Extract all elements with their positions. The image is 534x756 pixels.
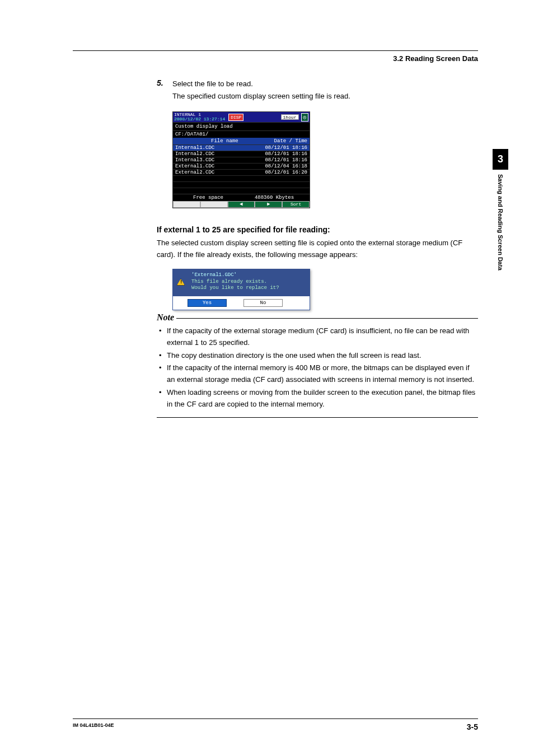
file-date: 08/12/01 18:16: [265, 151, 307, 157]
directory-path: CF:/DATA01/: [173, 130, 310, 138]
file-name: Internal3.CDC: [175, 157, 265, 163]
file-row[interactable]: Internal2.CDC 08/12/01 18:16: [173, 151, 310, 157]
free-space-value: 488360 Kbytes: [241, 195, 307, 200]
body-text: The selected custom display screen setti…: [157, 237, 478, 261]
softkey-right-arrow[interactable]: ►: [255, 201, 282, 208]
warning-icon: [177, 279, 185, 286]
chapter-number: 3: [493, 149, 508, 170]
col-filename: File name: [175, 138, 274, 144]
note-item: If the capacity of the external storage …: [157, 325, 478, 349]
interval-indicator: 1hour: [281, 114, 299, 120]
softkey-sort[interactable]: Sort: [282, 201, 310, 208]
replace-dialog: 'External1.GDC' This file already exists…: [172, 269, 310, 310]
file-date: 08/12/04 16:18: [265, 164, 307, 169]
record-icon: ◎: [301, 113, 308, 122]
softkey-left-arrow[interactable]: ◄: [228, 201, 255, 208]
step-title: Select the file to be read.: [172, 78, 253, 90]
softkey-blank[interactable]: [200, 201, 228, 208]
file-row[interactable]: Internal3.CDC 08/12/01 18:16: [173, 157, 310, 163]
dialog-message-2: Would you like to replace it?: [191, 285, 306, 292]
note-item: When loading screens or moving from the …: [157, 387, 478, 410]
page-number: 3-5: [467, 722, 478, 731]
note-box: Note If the capacity of the external sto…: [157, 318, 478, 418]
file-date: 08/12/01 18:16: [265, 157, 307, 163]
device-screen: INTERNAL 1 2008/12/02 13:27:14 DISP 1hou…: [172, 111, 310, 208]
dialog-message-1: This file already exists.: [191, 279, 306, 286]
step-desc: The specified custom display screen sett…: [172, 91, 478, 102]
free-space-label: Free space: [175, 195, 241, 200]
section-header: 3.2 Reading Screen Data: [73, 54, 478, 63]
file-row[interactable]: External2.CDC 08/12/01 16:20: [173, 169, 310, 175]
dialog-filename: 'External1.GDC': [191, 272, 306, 278]
chapter-tab: 3 Saving and Reading Screen Data: [493, 149, 508, 270]
note-item: The copy destination directory is the on…: [157, 350, 478, 362]
document-id: IM 04L41B01-04E: [73, 722, 114, 731]
col-datetime: Date / Time: [274, 138, 307, 144]
step-number: 5.: [157, 78, 172, 90]
file-row[interactable]: External1.CDC 08/12/04 16:18: [173, 163, 310, 169]
file-name: Internal1.CDC: [175, 145, 265, 151]
file-name: Internal2.CDC: [175, 151, 265, 157]
file-date: 08/12/01 16:20: [265, 170, 307, 175]
file-row[interactable]: Internal1.CDC 08/12/01 18:16: [173, 144, 310, 151]
note-item: If the capacity of the internal memory i…: [157, 362, 478, 386]
screen-title: Custom display load: [173, 122, 310, 130]
device-datetime: 2008/12/02 13:27:14: [174, 117, 225, 122]
yes-button[interactable]: Yes: [188, 299, 227, 307]
softkey-blank[interactable]: [173, 201, 200, 208]
subheading: If external 1 to 25 are specified for fi…: [157, 225, 478, 234]
disp-badge: DISP: [228, 114, 243, 121]
file-name: External1.CDC: [175, 164, 265, 169]
chapter-label: Saving and Reading Screen Data: [497, 174, 504, 270]
file-date: 08/12/01 18:16: [265, 145, 307, 151]
file-name: External2.CDC: [175, 170, 265, 175]
no-button[interactable]: No: [243, 299, 283, 307]
note-title: Note: [157, 312, 176, 323]
